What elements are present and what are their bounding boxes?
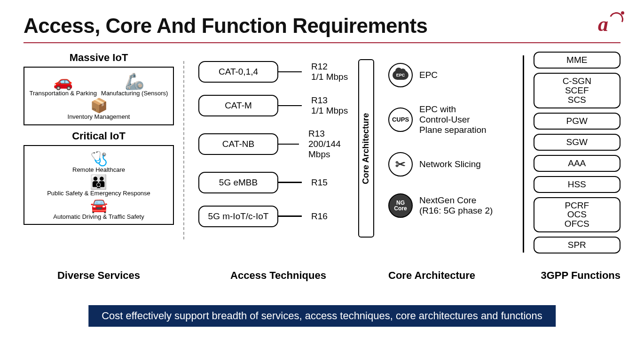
robot-arm-icon: 🦾 xyxy=(125,73,144,89)
iot-item: 📦 Inventory Management xyxy=(68,99,130,120)
col-label-diverse: Diverse Services xyxy=(24,265,174,282)
title-row: Access, Core And Function Requirements a xyxy=(24,14,620,38)
core-arch-bar: Core Architecture xyxy=(358,59,374,238)
epc-cloud-icon: EPC xyxy=(388,63,413,87)
people-icon: 👪 xyxy=(90,175,107,189)
ngcore-circle-icon: NG Core xyxy=(388,193,413,218)
connector-line xyxy=(278,215,302,217)
core-arch-bar-label: Core Architecture xyxy=(361,113,371,184)
func-divider xyxy=(523,55,524,253)
access-spec: R12 1/1 Mbps xyxy=(311,61,348,82)
columns: Massive IoT 🚗 Transportation & Parking 🦾… xyxy=(24,52,620,282)
col-core-architecture: Core Architecture EPC EPC CUPS EPC with … xyxy=(358,52,523,282)
massive-iot-title: Massive IoT xyxy=(24,52,174,64)
massive-iot-box: 🚗 Transportation & Parking 🦾 Manufacturi… xyxy=(24,67,174,125)
iot-item: 🦾 Manufacturing (Sensors) xyxy=(101,73,168,97)
access-row: 5G eMBB R15 xyxy=(198,172,358,193)
cups-circle-icon: CUPS xyxy=(388,108,413,132)
core-label: NextGen Core (R16: 5G phase 2) xyxy=(419,195,493,216)
func-list: MME C-SGN SCEF SCS PGW SGW AAA HSS PCRF … xyxy=(534,52,621,254)
slide: Access, Core And Function Requirements a… xyxy=(0,0,644,338)
page-title: Access, Core And Function Requirements xyxy=(24,14,428,38)
brand-logo: a xyxy=(598,14,620,37)
func-chip: PCRF OCS OFCS xyxy=(534,197,621,233)
core-list: EPC EPC CUPS EPC with Control-User Plane… xyxy=(388,63,523,218)
access-chip: CAT-0,1,4 xyxy=(198,61,278,83)
core-row: NG Core NextGen Core (R16: 5G phase 2) xyxy=(388,193,523,218)
iot-item: 🚗 Transportation & Parking xyxy=(30,73,97,97)
iot-item-label: Public Safety & Emergency Response xyxy=(47,190,150,197)
access-chip: CAT-NB xyxy=(198,133,278,155)
func-chip: PGW xyxy=(534,113,621,130)
iot-item: 🚘 Automatic Driving & Traffic Safety xyxy=(29,199,168,220)
iot-item-label: Automatic Driving & Traffic Safety xyxy=(53,214,144,220)
critical-iot-box: 🩺 Remote Healthcare 👪 Public Safety & Em… xyxy=(24,145,174,225)
core-label: EPC with Control-User Plane separation xyxy=(419,104,487,135)
title-rule xyxy=(24,42,620,43)
func-chip: AAA xyxy=(534,155,621,172)
access-chip: 5G m-IoT/c-IoT xyxy=(198,206,278,227)
core-label: EPC xyxy=(419,70,438,80)
col-diverse-services: Massive IoT 🚗 Transportation & Parking 🦾… xyxy=(24,52,174,282)
core-label: Network Slicing xyxy=(419,159,481,169)
iot-item: 🩺 Remote Healthcare xyxy=(72,152,125,173)
iot-item-label: Manufacturing (Sensors) xyxy=(101,90,168,97)
core-row: CUPS EPC with Control-User Plane separat… xyxy=(388,104,523,135)
col-label-access: Access Techniques xyxy=(198,265,358,282)
col-access-techniques: CAT-0,1,4 R12 1/1 Mbps CAT-M R13 1/1 Mbp… xyxy=(198,52,358,282)
iot-item-label: Inventory Management xyxy=(68,114,130,120)
car-parking-icon: 🚗 xyxy=(53,73,73,89)
inventory-icon: 📦 xyxy=(90,99,108,113)
iot-item-label: Transportation & Parking xyxy=(30,90,97,97)
access-spec: R16 xyxy=(311,211,328,222)
col-label-core: Core Architecture xyxy=(388,265,523,282)
access-spec: R13 200/144 Mbps xyxy=(308,129,358,160)
col-3gpp-functions: MME C-SGN SCEF SCS PGW SGW AAA HSS PCRF … xyxy=(523,52,620,282)
access-chip: CAT-M xyxy=(198,95,278,116)
connector-line xyxy=(278,182,302,183)
access-row: 5G m-IoT/c-IoT R16 xyxy=(198,206,358,227)
access-spec: R13 1/1 Mbps xyxy=(311,95,348,116)
brand-logo-letter: a xyxy=(598,13,608,36)
connector-line xyxy=(278,144,299,145)
stethoscope-icon: 🩺 xyxy=(90,152,108,166)
iot-item-label: Remote Healthcare xyxy=(72,167,125,173)
access-row: CAT-M R13 1/1 Mbps xyxy=(198,95,358,116)
scissors-icon: ✂ xyxy=(388,152,413,177)
col-label-functions: 3GPP Functions xyxy=(534,265,621,282)
connector-line xyxy=(278,105,302,107)
func-chip: MME xyxy=(534,52,621,69)
core-row: ✂ Network Slicing xyxy=(388,152,523,177)
dashed-divider xyxy=(183,61,184,239)
access-list: CAT-0,1,4 R12 1/1 Mbps CAT-M R13 1/1 Mbp… xyxy=(198,61,358,227)
autonomous-car-icon: 🚘 xyxy=(90,199,108,213)
connector-line xyxy=(278,71,302,73)
critical-iot-title: Critical IoT xyxy=(24,130,174,142)
access-row: CAT-0,1,4 R12 1/1 Mbps xyxy=(198,61,358,83)
access-row: CAT-NB R13 200/144 Mbps xyxy=(198,129,358,160)
iot-item: 👪 Public Safety & Emergency Response xyxy=(47,175,150,197)
func-chip: HSS xyxy=(534,176,621,193)
core-row: EPC EPC xyxy=(388,63,523,87)
access-chip: 5G eMBB xyxy=(198,172,278,193)
func-chip: C-SGN SCEF SCS xyxy=(534,73,621,108)
footer-banner: Cost effectively support breadth of serv… xyxy=(88,305,556,327)
func-chip: SGW xyxy=(534,134,621,151)
func-chip: SPR xyxy=(534,237,621,254)
access-spec: R15 xyxy=(311,177,328,188)
